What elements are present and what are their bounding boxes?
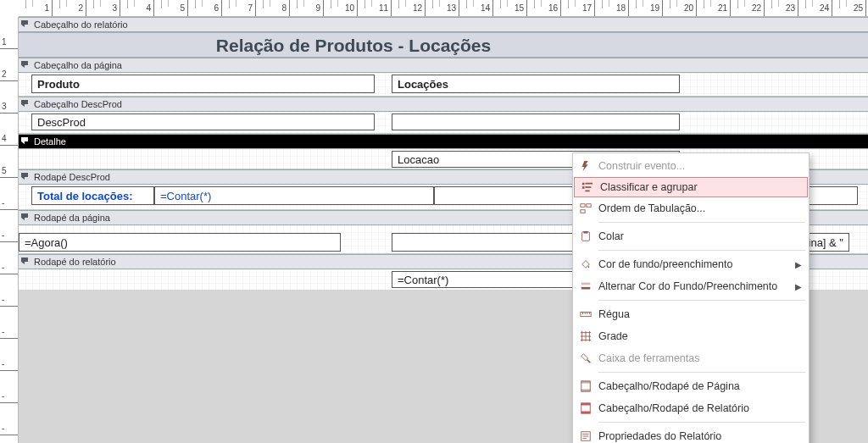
section-marker-icon <box>20 257 31 267</box>
toolbox-icon <box>573 352 598 364</box>
menu-item-label: Classificar e agrupar <box>600 181 698 193</box>
grid-icon <box>573 330 598 342</box>
band-page-header[interactable]: Produto Locações <box>19 73 868 97</box>
menu-item-label: Ordem de Tabulação... <box>598 202 705 214</box>
menu-item-label: Caixa de ferramentas <box>598 352 700 364</box>
tab-order-icon <box>573 202 598 214</box>
section-marker-icon <box>20 60 31 70</box>
section-label: Detalhe <box>34 136 66 147</box>
svg-rect-14 <box>581 381 591 384</box>
svg-rect-17 <box>581 403 591 406</box>
lightning-icon <box>573 160 598 172</box>
menu-sort-group[interactable]: Classificar e agrupar <box>574 177 808 197</box>
svg-rect-11 <box>581 287 591 290</box>
vertical-ruler[interactable]: 12345-------- <box>0 17 19 443</box>
paste-icon <box>573 230 598 242</box>
report-properties-icon <box>573 430 598 442</box>
section-marker-icon <box>20 213 31 223</box>
svg-rect-18 <box>581 412 591 414</box>
textbox-empty-group-header[interactable] <box>392 114 680 130</box>
svg-rect-0 <box>582 183 585 186</box>
section-marker-icon <box>20 99 31 109</box>
svg-rect-9 <box>583 231 587 234</box>
alt-bucket-icon <box>573 280 598 292</box>
svg-rect-3 <box>585 186 591 188</box>
svg-rect-7 <box>581 210 585 213</box>
bucket-icon <box>573 258 598 270</box>
section-bar-detail[interactable]: Detalhe <box>19 134 868 149</box>
menu-item-label: Cor de fundo/preenchimento <box>598 258 732 270</box>
textbox-now[interactable]: =Agora() <box>19 233 341 252</box>
report-title-label[interactable]: Relação de Produtos - Locações <box>27 33 680 58</box>
menu-ruler[interactable]: Régua <box>573 303 809 325</box>
section-marker-icon <box>20 136 31 147</box>
report-hf-icon <box>573 402 598 414</box>
section-label: Cabeçalho DescProd <box>34 99 122 109</box>
horizontal-ruler[interactable]: 1234567891011121314151617181920212223242… <box>19 0 868 17</box>
menu-report-header-footer[interactable]: Cabeçalho/Rodapé de Relatório <box>573 397 809 419</box>
menu-tab-order[interactable]: Ordem de Tabulação... <box>573 197 809 219</box>
menu-paste[interactable]: Colar <box>573 225 809 247</box>
menu-item-label: Cabeçalho/Rodapé de Relatório <box>598 402 749 414</box>
menu-fill-color[interactable]: Cor de fundo/preenchimento ▶ <box>573 253 809 275</box>
section-bar-group-header[interactable]: Cabeçalho DescProd <box>19 97 868 112</box>
context-menu: Construir evento... Classificar e agrupa… <box>572 152 810 443</box>
section-label: Rodapé DescProd <box>34 172 110 182</box>
submenu-arrow-icon: ▶ <box>795 282 802 291</box>
page-hf-icon <box>573 380 598 392</box>
section-bar-report-header[interactable]: Cabeçalho do relatório <box>19 17 868 32</box>
band-group-header[interactable]: DescProd <box>19 112 868 134</box>
svg-rect-2 <box>585 183 593 185</box>
menu-item-label: Alternar Cor do Fundo/Preenchimento <box>598 280 777 292</box>
svg-rect-10 <box>581 283 591 285</box>
menu-item-label: Régua <box>598 308 630 320</box>
menu-item-label: Propriedades do Relatório <box>598 430 721 442</box>
section-bar-page-header[interactable]: Cabeçalho da página <box>19 58 868 73</box>
menu-build-event: Construir evento... <box>573 155 809 177</box>
svg-rect-6 <box>587 204 591 208</box>
menu-grid[interactable]: Grade <box>573 325 809 347</box>
menu-item-label: Grade <box>598 330 628 342</box>
textbox-descprod[interactable]: DescProd <box>31 114 375 130</box>
menu-item-label: Colar <box>598 230 624 242</box>
svg-rect-5 <box>581 204 585 208</box>
svg-rect-4 <box>585 191 589 192</box>
submenu-arrow-icon: ▶ <box>795 260 802 269</box>
section-marker-icon <box>20 172 31 182</box>
section-marker-icon <box>20 19 31 30</box>
section-label: Rodapé da página <box>34 213 110 223</box>
ruler-icon <box>573 308 598 320</box>
label-locations[interactable]: Locações <box>392 75 680 93</box>
menu-item-label: Cabeçalho/Rodapé de Página <box>598 380 740 392</box>
band-report-header[interactable]: Relação de Produtos - Locações <box>19 32 868 58</box>
label-product[interactable]: Produto <box>31 75 375 93</box>
section-label: Rodapé do relatório <box>34 257 116 267</box>
sort-group-icon <box>575 181 600 193</box>
menu-toolbox: Caixa de ferramentas <box>573 347 809 369</box>
section-label: Cabeçalho da página <box>34 60 122 70</box>
svg-rect-1 <box>582 186 585 189</box>
menu-report-properties[interactable]: Propriedades do Relatório <box>573 425 809 443</box>
menu-alt-fill-color[interactable]: Alternar Cor do Fundo/Preenchimento ▶ <box>573 275 809 297</box>
svg-rect-15 <box>581 390 591 392</box>
section-label: Cabeçalho do relatório <box>34 19 128 30</box>
menu-item-label: Construir evento... <box>598 160 685 172</box>
label-total-locacoes[interactable]: Total de locações: <box>31 186 154 205</box>
menu-page-header-footer[interactable]: Cabeçalho/Rodapé de Página <box>573 375 809 397</box>
textbox-contar-group[interactable]: =Contar(*) <box>154 186 434 205</box>
